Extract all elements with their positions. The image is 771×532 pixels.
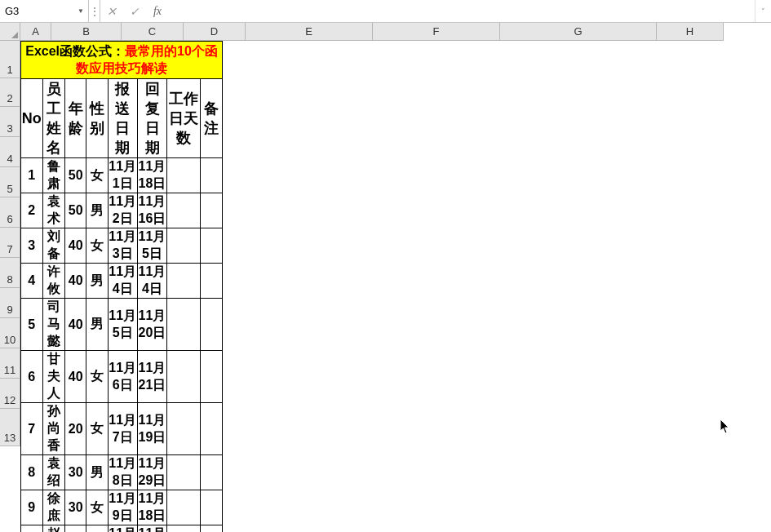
row-header-3[interactable]: 3: [0, 107, 20, 137]
row-header-4[interactable]: 4: [0, 137, 20, 167]
hdr-age[interactable]: 年龄: [65, 79, 86, 158]
table-cell[interactable]: [201, 490, 223, 525]
table-cell[interactable]: 9: [21, 490, 43, 525]
name-box[interactable]: [0, 1, 73, 22]
table-cell[interactable]: 男: [86, 299, 108, 351]
table-cell[interactable]: 11月8日: [108, 455, 137, 490]
col-header-c[interactable]: C: [122, 23, 184, 41]
hdr-no[interactable]: No: [21, 79, 43, 158]
table-cell[interactable]: 50: [65, 158, 86, 193]
table-cell[interactable]: 20: [65, 403, 86, 455]
table-cell[interactable]: 40: [65, 299, 86, 351]
fx-icon[interactable]: fx: [146, 5, 169, 18]
table-cell[interactable]: [167, 158, 201, 193]
table-cell[interactable]: 11月19日: [137, 403, 166, 455]
hdr-name[interactable]: 员工姓名: [42, 79, 64, 158]
row-header-13[interactable]: 13: [0, 409, 20, 446]
table-cell[interactable]: 7: [21, 403, 43, 455]
table-cell[interactable]: 11月7日: [108, 403, 137, 455]
worksheet-table[interactable]: Excel函数公式：最常用的10个函数应用技巧解读 No 员工姓名 年龄 性别 …: [20, 41, 223, 532]
table-cell[interactable]: 30: [65, 525, 86, 533]
table-cell[interactable]: 男: [86, 455, 108, 490]
hdr-gender[interactable]: 性别: [86, 79, 108, 158]
name-box-dropdown[interactable]: ▼: [73, 7, 88, 15]
table-cell[interactable]: 女: [86, 351, 108, 403]
col-header-f[interactable]: F: [373, 23, 500, 41]
table-cell[interactable]: 11月16日: [137, 193, 166, 228]
row-header-9[interactable]: 9: [0, 288, 20, 318]
row-header-2[interactable]: 2: [0, 78, 20, 107]
table-cell[interactable]: 鲁肃: [42, 158, 64, 193]
table-cell[interactable]: [201, 158, 223, 193]
hdr-workdays[interactable]: 工作日天数: [167, 79, 201, 158]
table-cell[interactable]: 11月29日: [137, 455, 166, 490]
table-cell[interactable]: 11月4日: [137, 264, 166, 299]
table-cell[interactable]: 11月20日: [137, 299, 166, 351]
table-cell[interactable]: [167, 490, 201, 525]
table-cell[interactable]: 女: [86, 403, 108, 455]
hdr-send[interactable]: 报送日期: [108, 79, 137, 158]
table-cell[interactable]: 许攸: [42, 264, 64, 299]
table-cell[interactable]: [201, 264, 223, 299]
table-cell[interactable]: 刘备: [42, 228, 64, 264]
table-cell[interactable]: 4: [21, 264, 43, 299]
table-cell[interactable]: 女: [86, 490, 108, 525]
table-cell[interactable]: 11月18日: [137, 158, 166, 193]
hdr-reply[interactable]: 回复日期: [137, 79, 166, 158]
table-cell[interactable]: 40: [65, 264, 86, 299]
table-cell[interactable]: [167, 193, 201, 228]
table-cell[interactable]: 11月5日: [137, 228, 166, 264]
table-cell[interactable]: [201, 193, 223, 228]
table-cell[interactable]: 男: [86, 525, 108, 533]
table-cell[interactable]: 男: [86, 193, 108, 228]
table-cell[interactable]: [167, 299, 201, 351]
row-header-5[interactable]: 5: [0, 167, 20, 197]
table-cell[interactable]: 30: [65, 490, 86, 525]
table-cell[interactable]: 男: [86, 264, 108, 299]
table-cell[interactable]: 女: [86, 158, 108, 193]
col-header-h[interactable]: H: [657, 23, 724, 41]
table-cell[interactable]: 11月4日: [108, 264, 137, 299]
col-header-g[interactable]: G: [500, 23, 657, 41]
table-cell[interactable]: 11月3日: [108, 228, 137, 264]
formula-bar-dots[interactable]: ⋮: [89, 0, 100, 22]
col-header-b[interactable]: B: [51, 23, 122, 41]
table-cell[interactable]: [201, 351, 223, 403]
cancel-icon[interactable]: ✕: [100, 5, 123, 18]
table-cell[interactable]: 30: [65, 455, 86, 490]
table-cell[interactable]: [167, 455, 201, 490]
table-cell[interactable]: [201, 228, 223, 264]
row-header-6[interactable]: 6: [0, 197, 20, 228]
table-cell[interactable]: 5: [21, 299, 43, 351]
table-cell[interactable]: 11月21日: [137, 351, 166, 403]
row-header-7[interactable]: 7: [0, 228, 20, 258]
table-cell[interactable]: 11月10日: [108, 525, 137, 533]
expand-formula-icon[interactable]: ˅: [755, 0, 771, 22]
table-cell[interactable]: [201, 403, 223, 455]
table-cell[interactable]: [167, 228, 201, 264]
table-cell[interactable]: 11月6日: [108, 351, 137, 403]
select-all-corner[interactable]: [0, 23, 20, 41]
table-cell[interactable]: 11月1日: [108, 158, 137, 193]
title-cell[interactable]: Excel函数公式：最常用的10个函数应用技巧解读: [21, 42, 223, 79]
table-cell[interactable]: 1: [21, 158, 43, 193]
table-cell[interactable]: 孙尚香: [42, 403, 64, 455]
table-cell[interactable]: [167, 264, 201, 299]
enter-icon[interactable]: ✓: [123, 5, 146, 18]
table-cell[interactable]: 40: [65, 351, 86, 403]
table-cell[interactable]: 女: [86, 228, 108, 264]
row-header-1[interactable]: 1: [0, 41, 20, 78]
table-cell[interactable]: 6: [21, 351, 43, 403]
table-cell[interactable]: 甘夫人: [42, 351, 64, 403]
table-cell[interactable]: 3: [21, 228, 43, 264]
row-header-11[interactable]: 11: [0, 348, 20, 379]
table-cell[interactable]: 11月18日: [137, 490, 166, 525]
table-cell[interactable]: 袁绍: [42, 455, 64, 490]
table-cell[interactable]: 8: [21, 455, 43, 490]
col-header-d[interactable]: D: [184, 23, 246, 41]
table-cell[interactable]: [201, 299, 223, 351]
row-header-10[interactable]: 10: [0, 318, 20, 348]
table-cell[interactable]: [201, 525, 223, 533]
table-cell[interactable]: 40: [65, 228, 86, 264]
table-cell[interactable]: 司马懿: [42, 299, 64, 351]
